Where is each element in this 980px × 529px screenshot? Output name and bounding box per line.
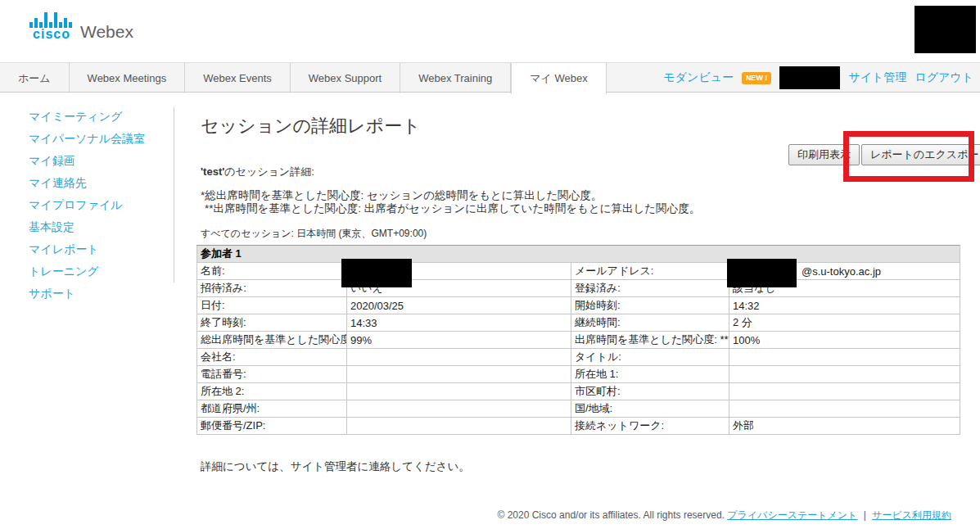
footer: © 2020 Cisco and/or its affiliates. All … (0, 509, 951, 522)
page-title: セッションの詳細レポート (201, 114, 421, 138)
footer-separator: | (864, 509, 866, 521)
table-row: 招待済み: いいえ 登録済み: 該当なし (197, 280, 960, 297)
participant-detail-table: 参加者 1 名前: メールアドレス: @s.u-tokyo.ac.jp 招待済み… (196, 245, 960, 435)
session-name: 'test' (201, 165, 224, 178)
redaction-box-corner (915, 6, 976, 53)
sidebar-divider (174, 107, 174, 283)
print-view-button[interactable]: 印刷用表示 (788, 144, 860, 165)
table-row: 会社名: タイトル: (197, 349, 960, 366)
sidebar-item-my-recordings[interactable]: マイ録画 (0, 151, 174, 174)
table-row: 電話番号: 所在地 1: (197, 366, 960, 383)
tab-webex-support[interactable]: Webex Support (291, 63, 400, 93)
copyright-text: © 2020 Cisco and/or its affiliates. All … (497, 509, 724, 521)
tab-home[interactable]: ホーム (0, 63, 70, 93)
session-intro: 'test'のセッション詳細: (201, 165, 314, 179)
modern-view-link[interactable]: モダンビュー (663, 70, 734, 85)
contact-admin-note: 詳細については、サイト管理者に連絡してください。 (201, 459, 470, 474)
redaction-box-username (779, 66, 840, 89)
table-row: 所在地 2: 市区町村: (197, 383, 960, 400)
participant-header: 参加者 1 (197, 246, 960, 263)
nav-tabs: ホーム Webex Meetings Webex Events Webex Su… (0, 63, 607, 93)
sidebar-item-support[interactable]: サポート (0, 284, 174, 306)
cisco-bars-icon (29, 11, 74, 28)
webex-session-report-page: cisco Webex ホーム Webex Meetings Webex Eve… (0, 0, 980, 529)
table-section-header: 参加者 1 (197, 246, 960, 263)
sidebar-item-my-reports[interactable]: マイレポート (0, 240, 174, 262)
table-row: 終了時刻: 14:33 継続時間: 2 分 (197, 314, 960, 332)
sidebar-item-preferences[interactable]: 基本設定 (0, 218, 174, 240)
redaction-box-name (341, 259, 412, 287)
sidebar-item-my-profile[interactable]: マイプロファイル (0, 196, 174, 218)
table-row: 都道府県/州: 国/地域: (197, 400, 960, 418)
logout-link[interactable]: ログアウト (915, 70, 973, 85)
sidebar-item-my-meetings[interactable]: マイミーティング (0, 107, 174, 129)
sidebar-item-personal-room[interactable]: マイパーソナル会議室 (0, 129, 174, 151)
terms-of-service-link[interactable]: サービス利用規約 (872, 509, 951, 521)
privacy-statement-link[interactable]: プライバシーステートメント (727, 509, 857, 521)
tab-webex-training[interactable]: Webex Training (400, 63, 511, 93)
cisco-wordmark: cisco (33, 28, 70, 41)
cisco-webex-logo: cisco Webex (29, 11, 133, 41)
webex-wordmark: Webex (80, 23, 133, 41)
sidebar-item-training[interactable]: トレーニング (0, 262, 174, 284)
site-admin-link[interactable]: サイト管理 (848, 70, 906, 85)
tab-webex-events[interactable]: Webex Events (185, 63, 291, 93)
top-navigation-bar: ホーム Webex Meetings Webex Events Webex Su… (0, 62, 980, 93)
table-row: 総出席時間を基準とした関心度: * 99% 出席時間を基準とした関心度: ** … (197, 332, 960, 349)
redaction-box-email (727, 259, 797, 287)
attendance-note-2: **出席時間を基準とした関心度: 出席者がセッションに出席していた時間をもとに算… (205, 201, 700, 216)
tab-my-webex[interactable]: マイ Webex (511, 63, 606, 94)
new-badge: NEW ! (742, 72, 772, 84)
sidebar-menu: マイミーティング マイパーソナル会議室 マイ録画 マイ連絡先 マイプロファイル … (0, 107, 174, 306)
nav-utility-links: モダンビュー NEW ! サイト管理 ログアウト (663, 63, 973, 93)
tab-webex-meetings[interactable]: Webex Meetings (70, 63, 186, 93)
timezone-note: すべてのセッション: 日本時間 (東京、GMT+09:00) (201, 227, 427, 241)
table-row: 日付: 2020/03/25 開始時刻: 14:32 (197, 297, 960, 314)
table-row: 郵便番号/ZIP: 接続ネットワーク: 外部 (197, 418, 960, 435)
cisco-logo: cisco (29, 11, 74, 41)
sidebar-item-my-contacts[interactable]: マイ連絡先 (0, 174, 174, 196)
table-row: 名前: メールアドレス: @s.u-tokyo.ac.jp (197, 263, 960, 280)
export-report-button[interactable]: レポートのエクスポート (861, 144, 980, 165)
